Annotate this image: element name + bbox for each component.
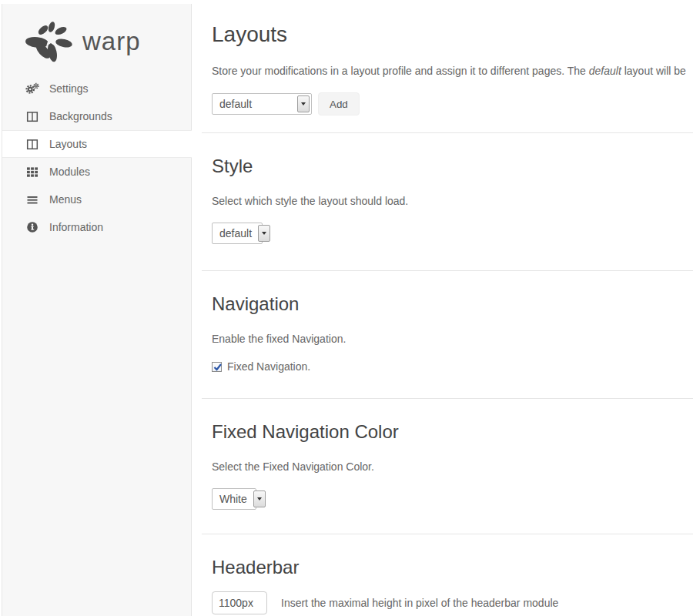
section-divider [202, 132, 693, 133]
sidebar-item-label: Backgrounds [49, 110, 112, 122]
sidebar-item-label: Menus [49, 193, 82, 206]
style-description: Select which style the layout should loa… [212, 193, 693, 209]
sidebar-item-modules[interactable]: Modules [2, 158, 191, 186]
sidebar-item-backgrounds[interactable]: Backgrounds [2, 102, 191, 130]
layout-profile-select[interactable]: default [212, 93, 312, 115]
main-content: Layouts Store your modifications in a la… [192, 22, 693, 614]
layout-profile-controls: default Add [212, 92, 693, 116]
headerbar-input-description: Insert the maximal height in pixel of th… [281, 597, 558, 609]
checkbox-checked-icon[interactable] [212, 362, 222, 372]
layouts-description-text: layout will be [621, 65, 686, 77]
style-section-title: Style [212, 155, 693, 178]
sidebar-nav: Settings Backgrounds Layouts [2, 75, 191, 241]
brand-name: warp [82, 28, 141, 54]
fixed-navigation-color-description: Select the Fixed Navigation Color. [212, 459, 693, 474]
warp-leaf-icon [24, 19, 79, 62]
fixed-navigation-color-controls: White [212, 488, 693, 510]
style-controls: default [212, 223, 693, 244]
sidebar-item-settings[interactable]: Settings [2, 75, 191, 102]
columns-icon [25, 111, 39, 122]
sidebar-item-menus[interactable]: Menus [2, 186, 191, 213]
headerbar-section-title: Headerbar [212, 556, 693, 579]
chevron-down-icon[interactable] [258, 225, 270, 242]
layouts-description-text: Store your modifications in a layout pro… [212, 65, 589, 77]
layouts-description-italic: default [589, 65, 621, 77]
grid-icon [25, 166, 39, 178]
headerbar-controls: Insert the maximal height in pixel of th… [212, 591, 693, 614]
sidebar-item-label: Modules [49, 166, 90, 178]
navigation-section-title: Navigation [212, 293, 693, 316]
chevron-down-icon[interactable] [253, 490, 266, 507]
columns-icon [25, 139, 39, 150]
layout-profile-select-value: default [213, 94, 297, 114]
add-layout-button[interactable]: Add [318, 92, 360, 116]
fixed-navigation-checkbox-label: Fixed Navigation. [227, 360, 310, 373]
bars-icon [25, 194, 39, 206]
fixed-navigation-color-section-title: Fixed Navigation Color [212, 420, 693, 444]
fixed-navigation-color-select[interactable]: White [212, 488, 256, 510]
section-divider [202, 398, 693, 399]
fixed-navigation-color-select-value: White [213, 489, 253, 509]
style-select-value: default [213, 223, 258, 243]
sidebar-item-information[interactable]: Information [2, 213, 191, 241]
chevron-down-icon[interactable] [297, 95, 310, 112]
section-divider [202, 534, 693, 534]
navigation-description: Enable the fixed Navigation. [212, 331, 693, 346]
page-title: Layouts [212, 22, 693, 48]
sidebar-item-label: Settings [49, 82, 89, 95]
section-divider [202, 270, 693, 271]
sidebar-item-label: Information [49, 221, 103, 233]
sidebar-item-label: Layouts [49, 138, 87, 150]
cogs-icon [25, 82, 39, 95]
headerbar-height-input[interactable] [212, 591, 267, 614]
sidebar: warp Settings [2, 4, 192, 616]
info-circle-icon [25, 221, 39, 233]
style-select[interactable]: default [212, 223, 263, 244]
sidebar-item-layouts[interactable]: Layouts [2, 130, 192, 158]
warp-logo: warp [2, 4, 191, 62]
layouts-description: Store your modifications in a layout pro… [212, 63, 693, 79]
fixed-navigation-checkbox-row[interactable]: Fixed Navigation. [212, 360, 693, 373]
